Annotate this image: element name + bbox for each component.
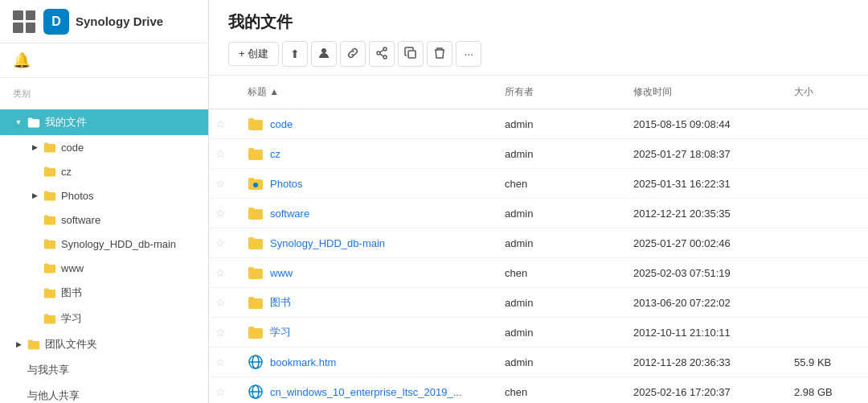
file-name[interactable]: code bbox=[270, 118, 293, 130]
file-name[interactable]: cn_windows_10_enterprise_ltsc_2019_... bbox=[270, 386, 462, 398]
file-name[interactable]: www bbox=[270, 267, 293, 279]
table-row[interactable]: ☆cn_windows_10_enterprise_ltsc_2019_...c… bbox=[209, 377, 868, 403]
size-cell bbox=[788, 207, 868, 220]
star-icon[interactable]: ☆ bbox=[215, 207, 226, 220]
svg-point-1 bbox=[383, 47, 387, 51]
modified-cell: 2025-01-31 16:22:31 bbox=[627, 171, 788, 196]
more-icon: ··· bbox=[464, 47, 473, 60]
link-button[interactable] bbox=[340, 41, 366, 67]
share-user-icon bbox=[317, 47, 330, 62]
star-icon[interactable]: ☆ bbox=[215, 147, 226, 160]
size-cell bbox=[788, 177, 868, 190]
file-name[interactable]: bookmark.htm bbox=[270, 356, 336, 368]
upload-button[interactable]: ⬆ bbox=[282, 41, 308, 67]
sidebar-label-shared-with-others: 与他人共享 bbox=[27, 389, 80, 403]
sidebar-item-shared-with-me[interactable]: ▶ 与我共享 bbox=[0, 357, 208, 383]
table-row[interactable]: ☆softwareadmin2012-12-21 20:35:35 bbox=[209, 199, 868, 228]
folder-icon bbox=[43, 237, 56, 250]
star-cell: ☆ bbox=[209, 260, 241, 286]
star-icon[interactable]: ☆ bbox=[215, 266, 226, 279]
name-cell: cn_windows_10_enterprise_ltsc_2019_... bbox=[241, 377, 498, 403]
star-icon[interactable]: ☆ bbox=[215, 356, 226, 368]
create-button[interactable]: + 创建 bbox=[228, 42, 279, 66]
modified-cell: 2025-02-16 17:20:37 bbox=[627, 380, 788, 404]
size-cell: 55.9 KB bbox=[788, 350, 868, 375]
star-cell: ☆ bbox=[209, 141, 241, 167]
modified-cell: 2025-01-27 00:02:46 bbox=[627, 231, 788, 256]
svg-point-0 bbox=[321, 48, 326, 53]
table-row[interactable]: ☆czadmin2025-01-27 18:08:37 bbox=[209, 139, 868, 169]
owner-cell: admin bbox=[498, 320, 627, 345]
sidebar-item-learning[interactable]: ▶ 学习 bbox=[0, 306, 208, 331]
sidebar-item-photos[interactable]: ▶ Photos bbox=[0, 183, 208, 208]
star-icon[interactable]: ☆ bbox=[215, 296, 226, 309]
sidebar-item-software[interactable]: ▶ software bbox=[0, 208, 208, 232]
file-name[interactable]: Synology_HDD_db-main bbox=[270, 237, 385, 249]
file-name[interactable]: 图书 bbox=[270, 295, 291, 310]
copy-button[interactable] bbox=[398, 41, 424, 67]
folder-icon bbox=[43, 189, 56, 202]
file-name[interactable]: software bbox=[270, 208, 309, 220]
star-icon[interactable]: ☆ bbox=[215, 117, 226, 130]
app-title: Synology Drive bbox=[76, 14, 163, 28]
modified-cell: 2025-02-03 07:51:19 bbox=[627, 261, 788, 286]
upload-icon: ⬆ bbox=[290, 47, 300, 60]
table-row[interactable]: ☆Synology_HDD_db-mainadmin2025-01-27 00:… bbox=[209, 228, 868, 258]
table-row[interactable]: ☆学习admin2012-10-11 21:10:11 bbox=[209, 318, 868, 347]
folder-icon bbox=[43, 213, 56, 226]
folder-icon bbox=[27, 116, 40, 129]
bell-icon[interactable]: 🔔 bbox=[13, 52, 31, 68]
sidebar-item-www[interactable]: ▶ www bbox=[0, 256, 208, 280]
toolbar: + 创建 ⬆ bbox=[228, 41, 849, 67]
sidebar-label-my-files: 我的文件 bbox=[45, 115, 87, 130]
sidebar-label-books: 图书 bbox=[61, 286, 82, 300]
sidebar-item-code[interactable]: ▶ code bbox=[0, 135, 208, 159]
file-name[interactable]: cz bbox=[270, 148, 280, 160]
star-icon[interactable]: ☆ bbox=[215, 385, 226, 398]
app-grid-icon[interactable] bbox=[13, 10, 35, 33]
star-icon[interactable]: ☆ bbox=[215, 177, 226, 190]
col-size: 大小 bbox=[788, 82, 868, 102]
file-name[interactable]: 学习 bbox=[270, 325, 291, 339]
file-name[interactable]: Photos bbox=[270, 178, 302, 190]
share2-button[interactable] bbox=[369, 41, 395, 67]
folder-icon bbox=[43, 286, 56, 299]
modified-cell: 2012-11-28 20:36:33 bbox=[627, 350, 788, 375]
star-icon[interactable]: ☆ bbox=[215, 236, 226, 249]
size-cell bbox=[788, 326, 868, 339]
sidebar-label-synology: Synology_HDD_db-main bbox=[61, 238, 176, 250]
category-label: 类别 bbox=[0, 78, 208, 103]
sidebar-item-shared-with-others[interactable]: ▶ 与他人共享 bbox=[0, 383, 208, 403]
name-cell: code bbox=[241, 109, 498, 138]
size-cell bbox=[788, 236, 868, 249]
table-row[interactable]: ☆codeadmin2015-08-15 09:08:44 bbox=[209, 109, 868, 139]
sidebar-item-synology[interactable]: ▶ Synology_HDD_db-main bbox=[0, 232, 208, 256]
star-cell: ☆ bbox=[209, 290, 241, 315]
star-cell: ☆ bbox=[209, 230, 241, 256]
folder-icon bbox=[248, 146, 264, 162]
delete-button[interactable] bbox=[427, 41, 452, 67]
sidebar-label-shared-with-me: 与我共享 bbox=[27, 363, 69, 377]
name-cell: Synology_HDD_db-main bbox=[241, 228, 498, 257]
svg-point-3 bbox=[383, 56, 387, 59]
table-row[interactable]: ☆图书admin2013-06-20 07:22:02 bbox=[209, 288, 868, 318]
table-row[interactable]: ☆bookmark.htmadmin2012-11-28 20:36:3355.… bbox=[209, 347, 868, 377]
modified-cell: 2012-12-21 20:35:35 bbox=[627, 201, 788, 226]
sidebar-item-my-files[interactable]: ▼ 我的文件 bbox=[0, 109, 208, 135]
sidebar-label-code: code bbox=[61, 142, 84, 154]
table-row[interactable]: ☆Photoschen2025-01-31 16:22:31 bbox=[209, 169, 868, 199]
size-cell bbox=[788, 147, 868, 160]
more-button[interactable]: ··· bbox=[456, 41, 481, 67]
sidebar: D Synology Drive 🔔 类别 ▼ 我的文件 ▶ code ▶ bbox=[0, 0, 209, 403]
star-icon[interactable]: ☆ bbox=[215, 326, 226, 339]
col-title[interactable]: 标题 ▲ bbox=[241, 82, 498, 102]
sidebar-label-cz: cz bbox=[61, 166, 72, 178]
share-user-button[interactable] bbox=[311, 41, 337, 67]
owner-cell: admin bbox=[498, 112, 627, 137]
sidebar-label-photos: Photos bbox=[61, 190, 93, 202]
main-header: 我的文件 + 创建 ⬆ bbox=[209, 0, 868, 76]
table-row[interactable]: ☆wwwchen2025-02-03 07:51:19 bbox=[209, 258, 868, 288]
sidebar-item-books[interactable]: ▶ 图书 bbox=[0, 280, 208, 306]
sidebar-item-cz[interactable]: ▶ cz bbox=[0, 159, 208, 183]
sidebar-item-team-folder[interactable]: ▶ 团队文件夹 bbox=[0, 331, 208, 357]
